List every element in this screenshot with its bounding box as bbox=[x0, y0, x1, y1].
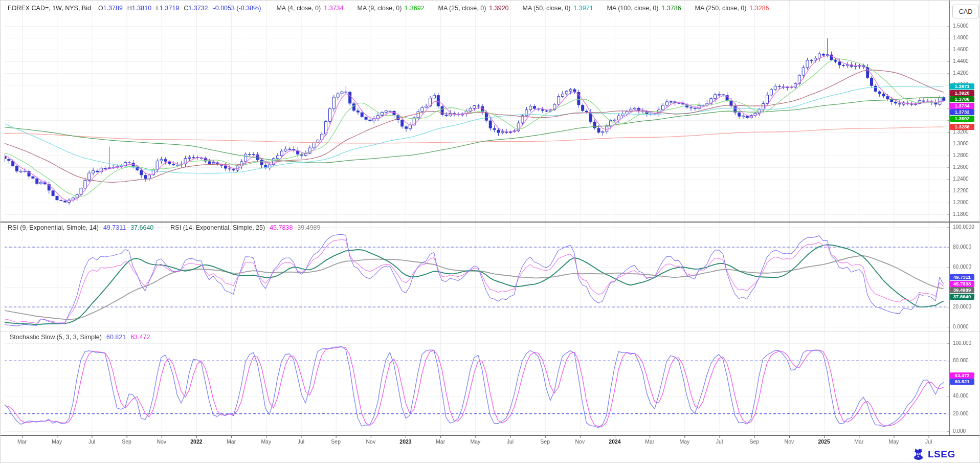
indicator-legend-value: 39.4989 bbox=[297, 224, 320, 231]
lseg-crest-icon bbox=[912, 448, 925, 460]
indicator-legend-value: 37.6640 bbox=[130, 224, 153, 231]
x-axis-label: May bbox=[255, 438, 277, 445]
x-axis-label: 2023 bbox=[394, 438, 417, 445]
indicator-legend-value: 49.7311 bbox=[103, 224, 126, 231]
quote-field: L1.3719 bbox=[156, 5, 179, 12]
price-axis-tick: 1.2400 bbox=[953, 176, 969, 182]
price-tag: 1.3286 bbox=[950, 124, 974, 130]
ma-legend-value: 1.3286 bbox=[749, 5, 769, 12]
ma-legend: MA (4, close, 0)1.3734MA (9, close, 0)1.… bbox=[276, 5, 769, 12]
price-tag: 1.3786 bbox=[950, 96, 974, 102]
price-tag: 60.821 bbox=[950, 379, 974, 385]
ma-legend-item: MA (25, close, 0)1.3920 bbox=[438, 5, 509, 12]
indicator-legend-group: RSI (14, Exponential, Simple, 25)45.7838… bbox=[170, 224, 320, 231]
indicator-legend-label: RSI (9, Exponential, Simple, 14) bbox=[8, 224, 99, 231]
price-axis-tick: 1.2000 bbox=[953, 200, 969, 205]
quote-field-label: C bbox=[184, 5, 188, 12]
price-tag: 37.6640 bbox=[950, 294, 974, 300]
x-axis-label: Jul bbox=[708, 438, 731, 445]
indicator-legend-label: Stochastic Slow (5, 3, 3, Simple) bbox=[10, 334, 102, 341]
rsi-axis-tick: 100.0000 bbox=[953, 224, 974, 230]
price-tag: 39.4989 bbox=[950, 287, 974, 293]
price-tag: 1.3732 bbox=[950, 109, 974, 115]
change-readout: -0.0053 (-0.38%) bbox=[213, 5, 261, 12]
x-axis-label: Jul bbox=[80, 438, 103, 445]
stochastic-axis-tick: 40.000 bbox=[953, 393, 969, 399]
ma-legend-item: MA (250, close, 0)1.3286 bbox=[695, 5, 769, 12]
quote-field: O1.3789 bbox=[98, 5, 123, 12]
ma-legend-value: 1.3971 bbox=[573, 5, 593, 12]
price-axis-tick: 1.2600 bbox=[953, 164, 969, 170]
rsi-axis-tick: 80.0000 bbox=[953, 244, 971, 250]
quote-field-label: O bbox=[98, 5, 103, 12]
stochastic-axis-tick: 20.000 bbox=[953, 411, 969, 416]
stochastic-legend: Stochastic Slow (5, 3, 3, Simple)60.8216… bbox=[10, 334, 162, 341]
x-axis-label: May bbox=[882, 438, 905, 445]
chart-window: FOREX CAD=, 1W, NYS, Bid O1.3789H1.3810L… bbox=[0, 0, 980, 463]
price-axis-tick: 1.4200 bbox=[953, 70, 969, 76]
stochastic-axis-tick: 0.000 bbox=[953, 428, 966, 434]
indicator-legend-value: 63.472 bbox=[130, 334, 150, 341]
price-tag: 63.472 bbox=[950, 372, 974, 379]
x-axis-label: Sep bbox=[743, 438, 766, 445]
ma-legend-item: MA (100, close, 0)1.3786 bbox=[607, 5, 681, 12]
x-axis-label: Sep bbox=[325, 438, 347, 445]
ohlc-readout: O1.3789H1.3810L1.3719C1.3732 bbox=[98, 5, 208, 12]
price-tag: 1.3734 bbox=[950, 103, 974, 109]
price-tag: 1.3920 bbox=[950, 90, 974, 96]
ma-legend-value: 1.3692 bbox=[405, 5, 424, 12]
price-tag: 1.3692 bbox=[950, 116, 974, 122]
x-axis-label: Nov bbox=[778, 438, 800, 445]
x-axis-label: 2025 bbox=[813, 438, 835, 445]
quote-field-value: 1.3719 bbox=[160, 5, 179, 12]
price-chart-canvas[interactable] bbox=[1, 1, 980, 463]
axis-symbol-tab[interactable]: CAD bbox=[952, 5, 979, 18]
quote-field-value: 1.3810 bbox=[132, 5, 151, 12]
x-axis-label: Mar bbox=[638, 438, 661, 445]
ma-legend-value: 1.3920 bbox=[489, 5, 508, 12]
x-axis-label: Sep bbox=[116, 438, 138, 445]
rsi-legend: RSI (9, Exponential, Simple, 14)49.73113… bbox=[8, 224, 333, 231]
x-axis-label: 2022 bbox=[185, 438, 208, 445]
x-axis-label: Nov bbox=[150, 438, 173, 445]
indicator-legend-label: RSI (14, Exponential, Simple, 25) bbox=[170, 224, 265, 231]
price-axis-tick: 1.4400 bbox=[953, 58, 969, 64]
indicator-legend-value: 60.821 bbox=[106, 334, 126, 341]
lseg-logo: LSEG bbox=[912, 448, 955, 460]
quote-field-value: 1.3732 bbox=[188, 5, 208, 12]
price-axis-tick: 1.3000 bbox=[953, 141, 969, 146]
quote-field: H1.3810 bbox=[127, 5, 151, 12]
rsi-axis-tick: 20.0000 bbox=[953, 304, 971, 310]
price-axis-tick: 1.2800 bbox=[953, 152, 969, 158]
ma-legend-item: MA (50, close, 0)1.3971 bbox=[523, 5, 593, 12]
x-axis-label: Nov bbox=[360, 438, 382, 445]
price-axis-tick: 1.4800 bbox=[953, 35, 969, 40]
quote-field: C1.3732 bbox=[184, 5, 208, 12]
stochastic-axis-tick: 100.000 bbox=[953, 340, 971, 346]
quote-field-label: H bbox=[127, 5, 132, 12]
x-axis-label: Sep bbox=[534, 438, 556, 445]
price-tag: 45.7838 bbox=[950, 281, 974, 287]
instrument-title: FOREX CAD=, 1W, NYS, Bid bbox=[8, 5, 91, 12]
price-tag: 49.7311 bbox=[950, 274, 974, 280]
x-axis-label: 2024 bbox=[604, 438, 626, 445]
stochastic-axis-tick: 80.000 bbox=[953, 358, 969, 363]
price-axis-tick: 1.4600 bbox=[953, 47, 969, 52]
main-legend: FOREX CAD=, 1W, NYS, Bid O1.3789H1.3810L… bbox=[8, 1, 769, 16]
x-axis-label: Mar bbox=[220, 438, 242, 445]
lseg-wordmark: LSEG bbox=[928, 449, 955, 460]
x-axis-label: Mar bbox=[429, 438, 452, 445]
indicator-legend-group: Stochastic Slow (5, 3, 3, Simple)60.8216… bbox=[10, 334, 150, 341]
ma-legend-value: 1.3734 bbox=[324, 5, 343, 12]
x-axis-label: Jul bbox=[499, 438, 522, 445]
x-axis-label: May bbox=[673, 438, 696, 445]
indicator-legend-value: 45.7838 bbox=[270, 224, 293, 231]
price-tag: 1.3971 bbox=[950, 83, 974, 90]
indicator-legend-group: RSI (9, Exponential, Simple, 14)49.73113… bbox=[8, 224, 153, 231]
x-axis-label: Jul bbox=[289, 438, 312, 445]
x-axis-label: Mar bbox=[848, 438, 870, 445]
x-axis-label: Mar bbox=[11, 438, 33, 445]
price-axis-tick: 1.2200 bbox=[953, 188, 969, 193]
x-axis-label: May bbox=[46, 438, 68, 445]
price-axis-tick: 1.5000 bbox=[953, 23, 969, 29]
